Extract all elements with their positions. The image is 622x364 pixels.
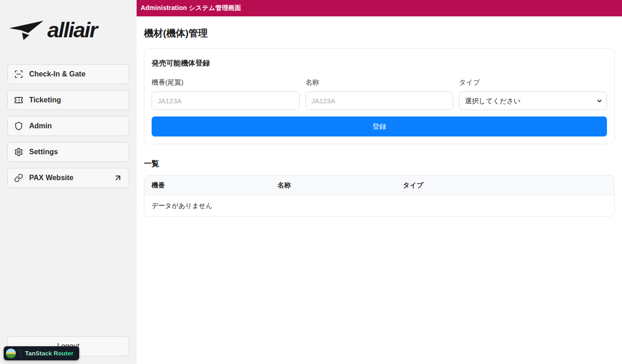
- name-input[interactable]: [306, 91, 454, 110]
- field-name: 名称: [306, 78, 454, 110]
- alliair-plane-icon: [8, 16, 46, 43]
- table-header-row: 機番 名称 タイプ: [144, 176, 614, 196]
- logo-wordmark: alliair: [47, 19, 100, 40]
- empty-message: データがありません: [144, 196, 614, 217]
- tail-number-label: 機番(尾翼): [152, 78, 300, 87]
- column-header-type: タイプ: [396, 176, 614, 196]
- sidebar-nav: Check-In & Gate Ticketing Admin: [7, 64, 129, 188]
- field-tail-number: 機番(尾翼): [152, 78, 300, 110]
- sidebar-item-label: Admin: [29, 122, 52, 130]
- main-area: Administration システム管理画面 機材(機体)管理 発売可能機体登…: [137, 0, 622, 364]
- admin-topbar: Administration システム管理画面: [137, 0, 622, 16]
- sidebar: alliair Check-In & Gate Ticketing: [0, 0, 137, 364]
- ticket-icon: [14, 96, 23, 105]
- sidebar-item-label: Check-In & Gate: [29, 70, 86, 78]
- form-grid: 機番(尾翼) 名称 タイプ 選択してください: [152, 78, 607, 110]
- shield-icon: [14, 121, 23, 131]
- page-content: 機材(機体)管理 発売可能機体登録 機番(尾翼) 名称 タイプ: [137, 16, 622, 224]
- topbar-title: Administration システム管理画面: [141, 4, 241, 12]
- sidebar-item-pax-website[interactable]: PAX Website: [7, 168, 129, 188]
- sidebar-item-label: Settings: [29, 148, 58, 156]
- type-select[interactable]: 選択してください: [459, 91, 607, 110]
- aircraft-table-card: 機番 名称 タイプ データがありません: [144, 175, 615, 217]
- column-header-tail-number: 機番: [144, 176, 270, 196]
- devtools-label: TanStack Router: [25, 350, 73, 357]
- logo: alliair: [7, 16, 129, 43]
- list-heading: 一覧: [144, 158, 615, 169]
- sidebar-item-admin[interactable]: Admin: [7, 116, 129, 136]
- type-select-wrap: 選択してください: [459, 91, 607, 110]
- name-label: 名称: [306, 78, 454, 87]
- link-icon: [14, 173, 23, 182]
- scan-icon: [14, 70, 23, 79]
- external-link-arrow-icon: [113, 173, 122, 182]
- tanstack-devtools-toggle[interactable]: TanStack Router: [4, 346, 79, 360]
- page-title: 機材(機体)管理: [144, 27, 615, 40]
- sidebar-item-label: Ticketing: [29, 96, 61, 104]
- type-label: タイプ: [459, 78, 607, 87]
- table-empty-row: データがありません: [144, 196, 614, 217]
- register-button[interactable]: 登録: [152, 116, 607, 136]
- aircraft-registration-card: 発売可能機体登録 機番(尾翼) 名称 タイプ 選択してくださ: [144, 48, 615, 144]
- sidebar-item-ticketing[interactable]: Ticketing: [7, 90, 129, 110]
- field-type: タイプ 選択してください: [459, 78, 607, 110]
- gear-icon: [14, 147, 23, 157]
- tail-number-input[interactable]: [152, 91, 300, 110]
- form-heading: 発売可能機体登録: [152, 59, 607, 68]
- aircraft-table: 機番 名称 タイプ データがありません: [144, 176, 614, 216]
- sidebar-item-checkin-gate[interactable]: Check-In & Gate: [7, 64, 129, 84]
- column-header-name: 名称: [270, 176, 396, 196]
- sidebar-item-settings[interactable]: Settings: [7, 142, 129, 162]
- app-root: alliair Check-In & Gate Ticketing: [0, 0, 622, 364]
- tanstack-logo-icon: [5, 348, 16, 359]
- sidebar-item-label: PAX Website: [29, 174, 73, 182]
- devtools-divider: [20, 349, 21, 358]
